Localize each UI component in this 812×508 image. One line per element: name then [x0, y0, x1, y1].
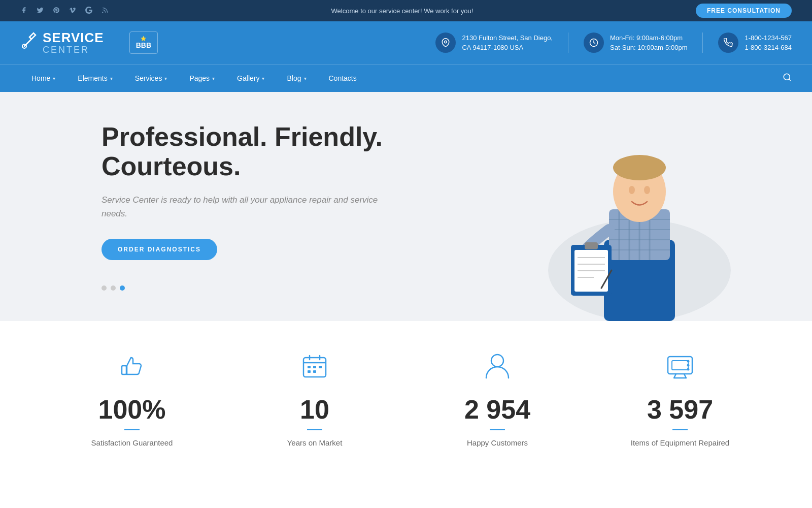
- svg-point-17: [629, 186, 635, 194]
- nav-services[interactable]: Services ▾: [124, 65, 179, 92]
- technician-illustration: [543, 108, 736, 321]
- top-bar: Welcome to our service center! We work f…: [0, 0, 812, 21]
- hero-section: Professional. Friendly. Courteous. Servi…: [0, 92, 812, 321]
- divider-1: [568, 33, 568, 53]
- chevron-down-icon: ▾: [304, 76, 307, 81]
- slide-dot-3[interactable]: [120, 285, 125, 291]
- phone-info: 1-800-1234-567 1-800-3214-684: [718, 33, 792, 53]
- address-line2: CA 94117-1080 USA: [462, 43, 553, 53]
- hero-title: Professional. Friendly. Courteous.: [101, 122, 386, 180]
- svg-rect-29: [308, 366, 311, 368]
- address-text: 2130 Fulton Street, San Diego, CA 94117-…: [462, 33, 553, 53]
- svg-point-18: [644, 186, 650, 194]
- phone-line1: 1-800-1234-567: [745, 33, 792, 43]
- phone-text: 1-800-1234-567 1-800-3214-684: [745, 33, 792, 53]
- nav-pages[interactable]: Pages ▾: [178, 65, 226, 92]
- stat-customers: 2 954 Happy Customers: [406, 352, 589, 447]
- person-icon: [406, 352, 589, 386]
- stat-number-customers: 2 954: [406, 396, 589, 423]
- svg-rect-27: [122, 366, 126, 374]
- svg-rect-36: [672, 361, 688, 370]
- nav-blog[interactable]: Blog ▾: [276, 65, 317, 92]
- logo[interactable]: SERVICE CENTER: [20, 30, 104, 55]
- svg-rect-32: [308, 370, 311, 373]
- pinterest-link[interactable]: [53, 7, 60, 15]
- nav-home[interactable]: Home ▾: [20, 65, 66, 92]
- svg-point-34: [491, 355, 503, 367]
- logo-center: CENTER: [43, 45, 104, 55]
- hours-text: Mon-Fri: 9:00am-6:00pm Sat-Sun: 10:00am-…: [610, 33, 687, 53]
- logo-service: SERVICE: [43, 30, 104, 45]
- nav-contacts[interactable]: Contacts: [318, 65, 368, 92]
- svg-rect-33: [313, 370, 316, 373]
- header-info: 2130 Fulton Street, San Diego, CA 94117-…: [435, 33, 792, 53]
- stat-number-equipment: 3 597: [589, 396, 771, 423]
- address-info: 2130 Fulton Street, San Diego, CA 94117-…: [435, 33, 553, 53]
- chevron-down-icon: ▾: [212, 76, 215, 81]
- svg-point-37: [687, 360, 690, 363]
- chevron-down-icon: ▾: [262, 76, 264, 81]
- stat-divider: [307, 429, 322, 430]
- stat-number-years: 10: [223, 396, 406, 423]
- twitter-link[interactable]: [37, 7, 44, 15]
- phone-line2: 1-800-3214-684: [745, 43, 792, 53]
- slide-dot-1[interactable]: [101, 285, 107, 291]
- rss-link[interactable]: [101, 7, 109, 15]
- stat-divider: [124, 429, 140, 430]
- bbb-label: BBB: [136, 41, 151, 49]
- slide-dot-2[interactable]: [111, 285, 116, 291]
- svg-rect-26: [585, 242, 598, 249]
- stats-section: 100% Satisfaction Guaranteed 10 Years on…: [0, 321, 812, 472]
- stat-years: 10 Years on Market: [223, 352, 406, 447]
- bbb-badge: ⭐ BBB: [129, 31, 158, 54]
- slider-dots: [101, 285, 386, 291]
- address-line1: 2130 Fulton Street, San Diego,: [462, 33, 553, 43]
- facebook-link[interactable]: [20, 7, 27, 15]
- svg-point-38: [687, 364, 690, 367]
- chevron-down-icon: ▾: [164, 76, 167, 81]
- chevron-down-icon: ▾: [53, 76, 55, 81]
- tv-icon: [589, 352, 771, 386]
- hours-info: Mon-Fri: 9:00am-6:00pm Sat-Sun: 10:00am-…: [584, 33, 687, 53]
- logo-icon: [20, 32, 39, 54]
- nav-elements[interactable]: Elements ▾: [66, 65, 123, 92]
- svg-rect-31: [319, 366, 322, 368]
- logo-text: SERVICE CENTER: [43, 30, 104, 55]
- divider-2: [702, 33, 703, 53]
- welcome-text: Welcome to our service center! We work f…: [331, 7, 473, 15]
- stat-equipment: 3 597 Items of Equipment Repaired: [589, 352, 771, 447]
- google-link[interactable]: [85, 7, 92, 15]
- search-icon[interactable]: [783, 73, 792, 84]
- svg-point-39: [687, 368, 690, 371]
- order-diagnostics-button[interactable]: ORDER DIAGNOSTICS: [101, 239, 217, 260]
- stat-divider: [490, 429, 505, 430]
- stat-label-satisfaction: Satisfaction Guaranteed: [41, 438, 223, 447]
- svg-point-1: [445, 41, 447, 43]
- site-header: SERVICE CENTER ⭐ BBB 2130 Fulton Street,…: [0, 21, 812, 64]
- phone-icon: [718, 33, 738, 53]
- stat-divider: [672, 429, 688, 430]
- hero-image: [518, 92, 761, 321]
- main-nav: Home ▾ Elements ▾ Services ▾ Pages ▾ Gal…: [0, 64, 812, 92]
- hours-line1: Mon-Fri: 9:00am-6:00pm: [610, 33, 687, 43]
- hero-subtitle: Service Center is ready to help with all…: [101, 193, 386, 220]
- social-links: [20, 7, 109, 15]
- chevron-down-icon: ▾: [110, 76, 113, 81]
- svg-rect-30: [313, 366, 316, 368]
- stat-label-years: Years on Market: [223, 438, 406, 447]
- free-consultation-button[interactable]: FREE CONSULTATION: [696, 4, 792, 18]
- stat-satisfaction: 100% Satisfaction Guaranteed: [41, 352, 223, 447]
- stat-label-customers: Happy Customers: [406, 438, 589, 447]
- location-icon: [435, 33, 456, 53]
- hero-content: Professional. Friendly. Courteous. Servi…: [101, 122, 386, 291]
- thumbs-up-icon: [41, 352, 223, 386]
- stat-number-satisfaction: 100%: [41, 396, 223, 423]
- vimeo-link[interactable]: [69, 7, 76, 15]
- stat-label-equipment: Items of Equipment Repaired: [589, 438, 771, 447]
- nav-gallery[interactable]: Gallery ▾: [226, 65, 276, 92]
- clock-icon: [584, 33, 604, 53]
- hours-line2: Sat-Sun: 10:00am-5:00pm: [610, 43, 687, 53]
- nav-items: Home ▾ Elements ▾ Services ▾ Pages ▾ Gal…: [20, 65, 783, 92]
- calendar-icon: [223, 352, 406, 386]
- svg-point-3: [784, 74, 790, 80]
